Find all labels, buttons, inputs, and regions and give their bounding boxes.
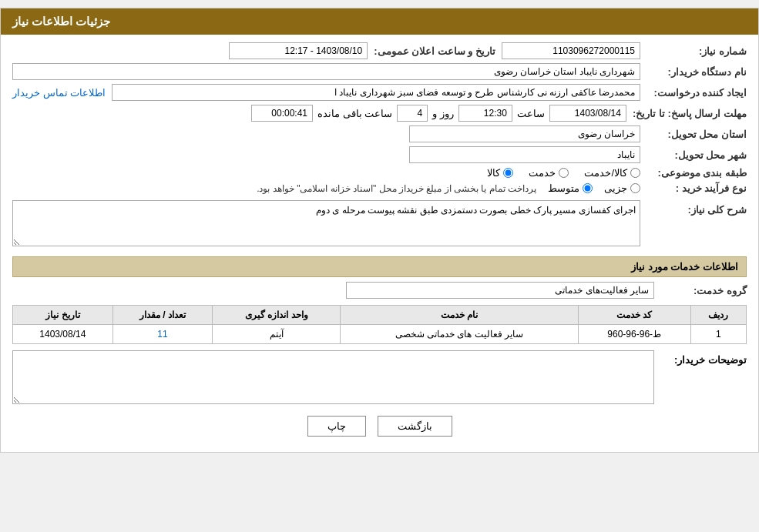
page-header: جزئیات اطلاعات نیاز bbox=[1, 8, 758, 35]
description-row: شرح کلی نیاز: document.currentScript.par… bbox=[12, 200, 747, 249]
announce-date-label: تاریخ و ساعت اعلان عمومی: bbox=[374, 45, 495, 57]
purchase-motavaset-item: متوسط bbox=[548, 182, 593, 194]
purchase-motavaset-radio[interactable] bbox=[583, 183, 593, 193]
col-header-code: کد خدمت bbox=[578, 306, 690, 325]
cell-code: ط-96-96-960 bbox=[578, 325, 690, 344]
deadline-label: مهلت ارسال پاسخ: تا تاریخ: bbox=[633, 108, 747, 119]
main-content: شماره نیاز: تاریخ و ساعت اعلان عمومی: نا… bbox=[1, 35, 758, 452]
cell-count: 11 bbox=[113, 325, 213, 344]
remaining-time-input[interactable] bbox=[251, 105, 313, 122]
buyer-name-input[interactable] bbox=[12, 63, 640, 80]
description-label: شرح کلی نیاز: bbox=[646, 200, 747, 216]
purchase-jozi-radio[interactable] bbox=[630, 183, 640, 193]
service-group-input[interactable] bbox=[346, 282, 654, 299]
col-header-count: تعداد / مقدار bbox=[113, 306, 213, 325]
service-group-row: گروه خدمت: bbox=[12, 282, 747, 299]
purchase-motavaset-label: متوسط bbox=[548, 182, 579, 194]
print-button[interactable]: چاپ bbox=[307, 416, 366, 437]
table-row: 1 ط-96-96-960 سایر فعالیت های خدماتی شخص… bbox=[13, 325, 747, 344]
buyer-notes-section: توضیحات خریدار: bbox=[12, 350, 747, 404]
services-table-header-row: ردیف کد خدمت نام خدمت واحد اندازه گیری ت… bbox=[13, 306, 747, 325]
deadline-days-input[interactable] bbox=[397, 105, 428, 122]
creator-label: ایجاد کننده درخواست: bbox=[646, 87, 747, 99]
province-input[interactable] bbox=[409, 125, 640, 142]
services-table: ردیف کد خدمت نام خدمت واحد اندازه گیری ت… bbox=[12, 305, 747, 344]
category-row: طبقه بندی موضوعی: کالا/خدمت خدمت کالا bbox=[12, 167, 747, 179]
category-kala-khedmat-item: کالا/خدمت bbox=[584, 167, 640, 179]
col-header-name: نام خدمت bbox=[341, 306, 578, 325]
buyer-name-row: نام دستگاه خریدار: bbox=[12, 63, 747, 80]
province-label: استان محل تحویل: bbox=[646, 129, 747, 140]
city-row: شهر محل تحویل: bbox=[12, 146, 747, 163]
category-kala-khedmat-radio[interactable] bbox=[630, 168, 640, 178]
deadline-row: مهلت ارسال پاسخ: تا تاریخ: ساعت روز و سا… bbox=[12, 105, 747, 122]
category-kala-label: کالا bbox=[487, 167, 500, 179]
deadline-time-input[interactable] bbox=[458, 105, 512, 122]
buyer-notes-textarea[interactable] bbox=[12, 350, 654, 404]
need-number-label: شماره نیاز: bbox=[646, 45, 747, 57]
cell-row: 1 bbox=[690, 325, 746, 344]
page-wrapper: جزئیات اطلاعات نیاز شماره نیاز: تاریخ و … bbox=[0, 8, 759, 453]
purchase-jozi-label: جزیی bbox=[604, 182, 627, 194]
announce-date-input[interactable] bbox=[229, 42, 368, 59]
need-number-input[interactable] bbox=[502, 42, 640, 59]
purchase-jozi-item: جزیی bbox=[604, 182, 640, 194]
creator-input[interactable] bbox=[112, 84, 640, 101]
services-table-head: ردیف کد خدمت نام خدمت واحد اندازه گیری ت… bbox=[13, 306, 747, 325]
category-kala-khedmat-label: کالا/خدمت bbox=[584, 167, 627, 179]
col-header-row: ردیف bbox=[690, 306, 746, 325]
creator-row: ایجاد کننده درخواست: اطلاعات تماس خریدار bbox=[12, 84, 747, 101]
category-label: طبقه بندی موضوعی: bbox=[646, 167, 747, 179]
remaining-time-label: ساعت باقی مانده bbox=[317, 108, 392, 119]
city-label: شهر محل تحویل: bbox=[646, 149, 747, 161]
purchase-type-note: پرداخت تمام یا بخشی از مبلغ خریداز محل "… bbox=[257, 183, 536, 194]
category-radio-group: کالا/خدمت خدمت کالا bbox=[487, 167, 640, 179]
description-textarea[interactable] bbox=[12, 200, 640, 246]
cell-name: سایر فعالیت های خدماتی شخصی bbox=[341, 325, 578, 344]
services-table-body: 1 ط-96-96-960 سایر فعالیت های خدماتی شخص… bbox=[13, 325, 747, 344]
buyer-name-label: نام دستگاه خریدار: bbox=[646, 66, 747, 78]
city-input[interactable] bbox=[409, 146, 640, 163]
deadline-time-label: ساعت bbox=[517, 108, 545, 119]
buttons-row: بازگشت چاپ bbox=[12, 416, 747, 437]
category-khedmat-item: خدمت bbox=[529, 167, 569, 179]
province-row: استان محل تحویل: bbox=[12, 125, 747, 142]
contact-link[interactable]: اطلاعات تماس خریدار bbox=[12, 87, 106, 99]
buyer-notes-label: توضیحات خریدار: bbox=[662, 350, 747, 366]
col-header-unit: واحد اندازه گیری bbox=[213, 306, 341, 325]
purchase-type-label: نوع فرآیند خرید : bbox=[646, 182, 747, 194]
back-button[interactable]: بازگشت bbox=[378, 416, 452, 437]
purchase-type-row: نوع فرآیند خرید : جزیی متوسط پرداخت تمام… bbox=[12, 182, 747, 194]
service-group-label: گروه خدمت: bbox=[662, 285, 747, 296]
page-title: جزئیات اطلاعات نیاز bbox=[12, 15, 110, 28]
cell-unit: آیتم bbox=[213, 325, 341, 344]
category-khedmat-radio[interactable] bbox=[559, 168, 569, 178]
cell-date: 1403/08/14 bbox=[13, 325, 113, 344]
services-section-header: اطلاعات خدمات مورد نیاز bbox=[12, 256, 747, 277]
category-khedmat-label: خدمت bbox=[529, 167, 556, 179]
category-kala-radio[interactable] bbox=[503, 168, 513, 178]
col-header-date: تاریخ نیاز bbox=[13, 306, 113, 325]
deadline-days-label: روز و bbox=[432, 108, 454, 119]
need-number-row: شماره نیاز: تاریخ و ساعت اعلان عمومی: bbox=[12, 42, 747, 59]
category-kala-item: کالا bbox=[487, 167, 513, 179]
deadline-date-input[interactable] bbox=[549, 105, 626, 122]
